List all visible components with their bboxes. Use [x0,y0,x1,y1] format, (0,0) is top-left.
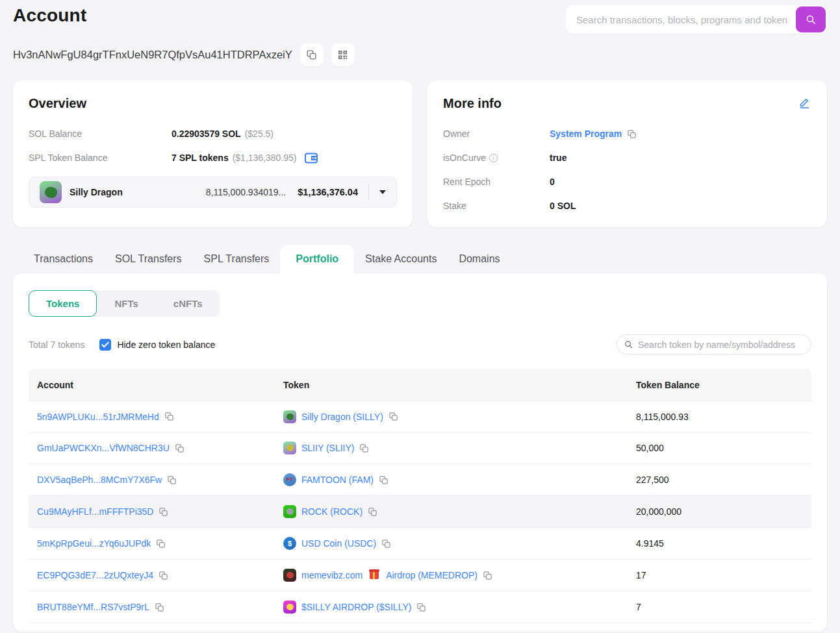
account-link[interactable]: EC9PQG3dE7...2zUQxteyJ4 [37,570,153,580]
account-address-row: Hv3nANwFgU84grTFnxUeN9R7QfpVsAu41HTDRPAx… [13,43,827,66]
gift-icon [370,571,379,579]
copy-icon[interactable] [368,507,377,517]
copy-icon[interactable] [627,129,637,139]
page: Account Hv3nANwFgU84grTFnxUeN9R7QfpVsAu4… [0,0,840,632]
edit-button[interactable] [798,96,811,110]
token-row: GmUaPWCKXn...VfWN8CHR3USLIIY (SLIIY)50,0… [29,432,811,464]
account-link[interactable]: DXV5aqBePh...8MCmY7X6Fw [37,475,162,485]
filter-row: Total 7 tokens Hide zero token balance [29,334,811,354]
token-row: Cu9MAyHFLf...mFFFTPi35DROCK (ROCK)20,000… [29,496,811,528]
subtab-nfts[interactable]: NFTs [97,290,155,317]
copy-icon[interactable] [164,412,174,421]
owner-link[interactable]: System Program [550,129,622,139]
more-info-row-label: Owner [443,129,550,139]
token-row: 5mKpRpGeui...zYq6uJUPdk$USD Coin (USDC)4… [29,528,811,560]
hide-zero-checkbox[interactable] [99,339,111,351]
token-search-input[interactable] [638,340,804,350]
copy-icon[interactable] [379,475,388,485]
search-icon [805,14,817,25]
token-icon: FT [283,473,296,486]
portfolio-subtabs: TokensNFTscNFTs [29,290,220,317]
tab-stake-accounts[interactable]: Stake Accounts [354,245,448,273]
token-balance: 227,500 [636,475,669,485]
portfolio-panel: TokensNFTscNFTs Total 7 tokens Hide zero… [13,273,827,632]
column-header-account: Account [29,380,275,390]
token-icon [283,441,296,454]
summary-cards: Overview SOL Balance0.22903579 SOL($25.5… [13,81,827,227]
overview-rows: SOL Balance0.22903579 SOL($25.5)SPL Toke… [29,127,397,165]
copy-icon[interactable] [159,571,168,580]
global-search [566,5,827,34]
qr-code-button[interactable] [331,43,355,66]
token-selector-name: Silly Dragon [70,187,123,197]
copy-icon[interactable] [416,602,426,612]
copy-icon[interactable] [483,571,492,580]
top-bar: Account [13,0,827,34]
token-balance: 20,000,000 [636,506,681,517]
token-link[interactable]: FAMTOON (FAM) [301,475,374,485]
global-search-input[interactable] [566,5,827,34]
tab-spl-transfers[interactable]: SPL Transfers [193,245,281,273]
more-info-row: OwnerSystem Program [443,127,811,141]
page-title: Account [13,5,86,26]
account-link[interactable]: BRUT88eYMf...RS7vstP9rL [37,602,149,612]
account-link[interactable]: Cu9MAyHFLf...mFFFTPi35D [37,506,153,517]
divider [368,184,369,200]
token-row: DXV5aqBePh...8MCmY7X6FwFTFAMTOON (FAM)22… [29,464,811,496]
copy-icon [306,49,317,60]
token-search [617,334,811,354]
overview-row-value: 0.22903579 SOL($25.5) [172,129,274,139]
copy-icon[interactable] [155,602,164,612]
copy-icon[interactable] [359,443,369,453]
token-table: AccountTokenToken Balance 5n9AWPLUKu...5… [29,369,811,623]
info-icon [489,154,498,162]
token-icon [283,505,296,518]
token-selector[interactable]: Silly Dragon 8,115,000.934019... $1,136,… [29,177,397,208]
qr-code-icon [338,50,348,60]
token-icon [283,410,296,423]
more-info-row-label: Stake [443,201,550,211]
tab-transactions[interactable]: Transactions [23,245,104,273]
overview-row-label: SPL Token Balance [29,153,172,163]
token-icon [283,601,296,614]
more-info-row-label: Rent Epoch [443,177,550,187]
token-link[interactable]: memevibz.comAirdrop (MEMEDROP) [301,570,477,580]
overview-title: Overview [29,96,397,111]
total-tokens-label: Total 7 tokens [29,340,84,350]
token-link[interactable]: SLIIY (SLIIY) [301,443,354,453]
more-info-row: Stake0 SOL [443,199,811,213]
account-link[interactable]: 5mKpRpGeui...zYq6uJUPdk [37,538,151,549]
wallet-icon[interactable] [305,153,318,164]
copy-icon[interactable] [175,443,185,453]
account-link[interactable]: GmUaPWCKXn...VfWN8CHR3U [37,443,170,453]
overview-card: Overview SOL Balance0.22903579 SOL($25.5… [13,81,413,227]
token-selector-usd: $1,136,376.04 [298,187,358,197]
copy-icon[interactable] [167,475,177,485]
token-link[interactable]: Silly Dragon (SILLY) [301,412,383,422]
hide-zero-label[interactable]: Hide zero token balance [117,340,215,350]
token-table-body: 5n9AWPLUKu...51rJMRMeHdSilly Dragon (SIL… [29,401,811,623]
global-search-button[interactable] [796,6,826,32]
chevron-down-icon [379,190,386,194]
tab-domains[interactable]: Domains [448,245,511,273]
more-info-row-label: isOnCurve [443,153,550,163]
subtab-cnfts[interactable]: cNFTs [156,290,220,317]
copy-address-button[interactable] [300,43,324,66]
account-link[interactable]: 5n9AWPLUKu...51rJMRMeHd [37,412,159,422]
token-balance: 8,115,000.93 [636,412,689,422]
subtab-tokens[interactable]: Tokens [29,290,97,317]
copy-icon[interactable] [156,539,166,549]
overview-row: SOL Balance0.22903579 SOL($25.5) [29,127,397,141]
tab-sol-transfers[interactable]: SOL Transfers [104,245,193,273]
overview-row-value: 7 SPL tokens($1,136,380.95) [172,153,318,164]
more-info-row: Rent Epoch0 [443,175,811,189]
copy-icon[interactable] [159,507,168,517]
copy-icon[interactable] [381,539,391,549]
token-link[interactable]: $SILLY AIRDROP ($SILLY) [301,602,411,612]
overview-row-label: SOL Balance [29,129,172,139]
token-link[interactable]: ROCK (ROCK) [301,506,363,517]
tab-portfolio[interactable]: Portfolio [280,245,354,273]
copy-icon[interactable] [388,412,398,421]
token-link[interactable]: USD Coin (USDC) [301,538,376,549]
more-info-card: More info OwnerSystem ProgramisOnCurvetr… [427,81,827,227]
